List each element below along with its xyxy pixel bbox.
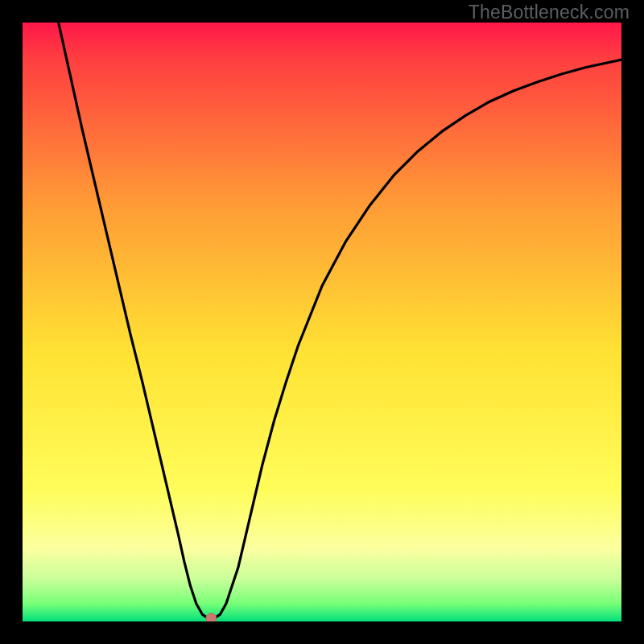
watermark-text: TheBottleneck.com: [469, 2, 630, 23]
minimum-marker: [206, 613, 217, 621]
gradient-background: [23, 23, 621, 621]
chart-area: [23, 23, 621, 621]
chart-svg: [23, 23, 621, 621]
